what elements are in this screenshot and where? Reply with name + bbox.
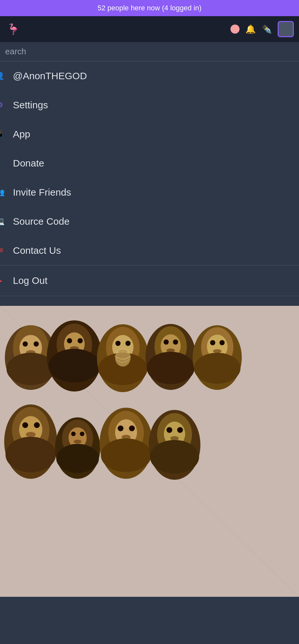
menu-label-app: App [6, 129, 30, 140]
notification-bell-icon[interactable]: 🔔 [245, 24, 256, 34]
menu-label-logout: Log Out [6, 275, 48, 286]
wookiee-image-area [0, 306, 299, 597]
menu-label-invite-friends: Invite Friends [6, 187, 71, 198]
settings-icon: ⚙ [0, 99, 6, 111]
menu-item-contact-us[interactable]: ✉ Contact Us [0, 236, 299, 265]
svg-point-18 [115, 341, 121, 346]
donate-icon [0, 157, 6, 169]
app-logo[interactable]: 🦩 [5, 21, 21, 37]
svg-point-57 [101, 438, 151, 472]
svg-point-5 [34, 341, 39, 347]
menu-label-settings: Settings [6, 100, 48, 111]
visitor-count-text: 52 people here now (4 logged in) [98, 4, 202, 12]
svg-point-12 [78, 338, 83, 343]
svg-point-4 [23, 341, 28, 347]
wookiee-scene-svg [0, 306, 299, 597]
svg-point-19 [125, 341, 131, 346]
svg-point-47 [71, 432, 76, 436]
menu-label-contact-us: Contact Us [6, 245, 61, 256]
menu-item-donate[interactable]: Donate [0, 149, 299, 178]
svg-point-26 [164, 339, 169, 345]
logout-icon: ▶ [0, 276, 2, 285]
svg-point-11 [67, 338, 72, 343]
svg-point-41 [34, 422, 40, 428]
svg-point-54 [118, 425, 123, 431]
menu-item-invite-friends[interactable]: 👥 Invite Friends [0, 178, 299, 207]
svg-point-35 [213, 349, 221, 353]
svg-point-49 [74, 440, 81, 444]
svg-point-29 [147, 352, 195, 384]
header-left: 🦩 [5, 21, 21, 37]
svg-point-40 [22, 422, 28, 428]
invite-friends-icon: 👥 [0, 187, 6, 198]
visitor-count-banner: 52 people here now (4 logged in) [0, 0, 299, 16]
svg-point-36 [194, 353, 240, 384]
menu-label-donate: Donate [6, 158, 44, 169]
search-container [0, 42, 299, 61]
svg-point-27 [173, 339, 178, 345]
menu-label-profile: @AnonTHEGOD [6, 70, 87, 81]
source-code-icon: 💻 [0, 216, 6, 227]
svg-point-55 [129, 425, 135, 431]
app-header: 🦩 🔔 ✒️ [0, 16, 299, 42]
menu-list: 👤 @AnonTHEGOD ⚙ Settings 📱 App Donate 👥 … [0, 61, 299, 296]
menu-item-app[interactable]: 📱 App [0, 120, 299, 149]
svg-point-61 [166, 427, 172, 433]
svg-point-62 [177, 427, 183, 433]
status-indicator [230, 25, 240, 34]
menu-bottom-padding [0, 296, 299, 306]
header-right: 🔔 ✒️ [230, 21, 294, 37]
profile-icon: 👤 [0, 70, 6, 82]
menu-item-source-code[interactable]: 💻 Source Code [0, 207, 299, 236]
compose-feather-icon[interactable]: ✒️ [262, 24, 272, 34]
search-input[interactable] [5, 47, 294, 57]
svg-point-43 [5, 437, 56, 472]
svg-point-64 [150, 440, 199, 474]
menu-item-logout[interactable]: ▶ Log Out [0, 265, 299, 296]
svg-point-63 [170, 436, 179, 441]
app-icon: 📱 [0, 128, 6, 140]
user-avatar[interactable] [278, 21, 294, 37]
svg-point-42 [26, 432, 36, 437]
menu-item-profile[interactable]: 👤 @AnonTHEGOD [0, 61, 299, 91]
svg-point-14 [48, 349, 100, 382]
svg-point-34 [219, 340, 225, 345]
menu-label-source-code: Source Code [6, 216, 69, 227]
svg-point-33 [210, 340, 215, 345]
svg-point-48 [80, 432, 84, 436]
svg-point-50 [56, 444, 99, 473]
menu-item-settings[interactable]: ⚙ Settings [0, 91, 299, 120]
logo-emoji: 🦩 [7, 23, 20, 35]
contact-us-icon: ✉ [0, 245, 6, 256]
